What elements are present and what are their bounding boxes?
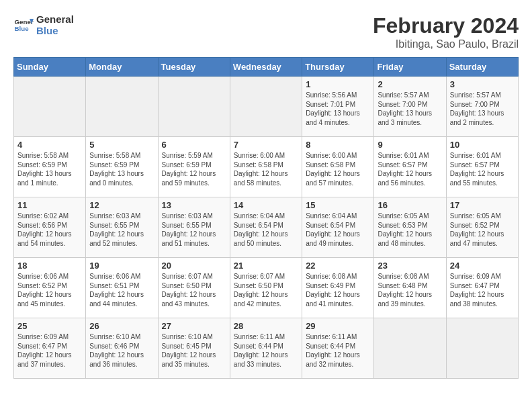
day-number: 26: [89, 321, 154, 331]
calendar-cell: 21Sunrise: 6:07 AMSunset: 6:50 PMDayligh…: [230, 258, 302, 318]
calendar-cell: [86, 77, 158, 137]
svg-text:Blue: Blue: [15, 25, 30, 32]
calendar-cell: 25Sunrise: 6:09 AMSunset: 6:47 PMDayligh…: [14, 318, 86, 379]
logo-line2: Blue: [36, 25, 74, 36]
calendar-cell: [374, 318, 446, 379]
calendar-cell: 8Sunrise: 6:00 AMSunset: 6:58 PMDaylight…: [302, 137, 374, 197]
calendar-cell: [14, 77, 86, 137]
day-number: 19: [89, 261, 154, 271]
day-info: Sunrise: 5:56 AMSunset: 7:01 PMDaylight:…: [306, 91, 370, 127]
header-friday: Friday: [374, 58, 446, 77]
day-number: 7: [234, 140, 298, 150]
calendar-cell: 23Sunrise: 6:08 AMSunset: 6:48 PMDayligh…: [374, 258, 446, 318]
day-number: 28: [234, 321, 298, 331]
day-info: Sunrise: 6:01 AMSunset: 6:57 PMDaylight:…: [450, 151, 515, 187]
day-number: 2: [378, 79, 442, 89]
day-info: Sunrise: 5:59 AMSunset: 6:59 PMDaylight:…: [162, 151, 226, 187]
week-row-1: 4Sunrise: 5:58 AMSunset: 6:59 PMDaylight…: [14, 137, 519, 197]
day-info: Sunrise: 6:10 AMSunset: 6:45 PMDaylight:…: [162, 332, 226, 369]
calendar-cell: 2Sunrise: 5:57 AMSunset: 7:00 PMDaylight…: [374, 77, 446, 137]
logo: General Blue General Blue: [13, 13, 74, 36]
day-info: Sunrise: 6:09 AMSunset: 6:47 PMDaylight:…: [450, 272, 515, 308]
calendar-cell: 14Sunrise: 6:04 AMSunset: 6:54 PMDayligh…: [230, 197, 302, 258]
day-number: 11: [17, 200, 82, 210]
day-number: 4: [17, 140, 82, 150]
day-info: Sunrise: 6:03 AMSunset: 6:55 PMDaylight:…: [162, 212, 226, 248]
calendar-cell: 24Sunrise: 6:09 AMSunset: 6:47 PMDayligh…: [446, 258, 518, 318]
day-info: Sunrise: 6:00 AMSunset: 6:58 PMDaylight:…: [306, 151, 370, 187]
day-number: 23: [378, 261, 442, 271]
day-number: 15: [306, 200, 370, 210]
day-info: Sunrise: 5:58 AMSunset: 6:59 PMDaylight:…: [89, 151, 154, 187]
day-info: Sunrise: 6:05 AMSunset: 6:53 PMDaylight:…: [378, 212, 442, 248]
calendar-cell: [158, 77, 230, 137]
day-info: Sunrise: 6:05 AMSunset: 6:52 PMDaylight:…: [450, 212, 515, 248]
calendar-cell: 1Sunrise: 5:56 AMSunset: 7:01 PMDaylight…: [302, 77, 374, 137]
calendar-cell: 4Sunrise: 5:58 AMSunset: 6:59 PMDaylight…: [14, 137, 86, 197]
header-thursday: Thursday: [302, 58, 374, 77]
calendar-cell: 29Sunrise: 6:11 AMSunset: 6:44 PMDayligh…: [302, 318, 374, 379]
day-number: 22: [306, 261, 370, 271]
day-number: 8: [306, 140, 370, 150]
calendar-cell: 16Sunrise: 6:05 AMSunset: 6:53 PMDayligh…: [374, 197, 446, 258]
day-info: Sunrise: 6:07 AMSunset: 6:50 PMDaylight:…: [162, 272, 226, 308]
calendar-cell: [230, 77, 302, 137]
header-sunday: Sunday: [14, 58, 86, 77]
day-info: Sunrise: 6:08 AMSunset: 6:48 PMDaylight:…: [378, 272, 442, 308]
calendar-cell: 27Sunrise: 6:10 AMSunset: 6:45 PMDayligh…: [158, 318, 230, 379]
day-number: 10: [450, 140, 515, 150]
calendar-cell: 6Sunrise: 5:59 AMSunset: 6:59 PMDaylight…: [158, 137, 230, 197]
week-row-3: 18Sunrise: 6:06 AMSunset: 6:52 PMDayligh…: [14, 258, 519, 318]
day-number: 29: [306, 321, 370, 331]
day-info: Sunrise: 5:57 AMSunset: 7:00 PMDaylight:…: [378, 91, 442, 127]
day-number: 24: [450, 261, 515, 271]
calendar-cell: 20Sunrise: 6:07 AMSunset: 6:50 PMDayligh…: [158, 258, 230, 318]
day-info: Sunrise: 6:11 AMSunset: 6:44 PMDaylight:…: [234, 332, 298, 369]
day-number: 16: [378, 200, 442, 210]
week-row-4: 25Sunrise: 6:09 AMSunset: 6:47 PMDayligh…: [14, 318, 519, 379]
day-info: Sunrise: 6:10 AMSunset: 6:46 PMDaylight:…: [89, 332, 154, 369]
calendar-cell: 3Sunrise: 5:57 AMSunset: 7:00 PMDaylight…: [446, 77, 518, 137]
day-info: Sunrise: 6:08 AMSunset: 6:49 PMDaylight:…: [306, 272, 370, 308]
calendar-table: SundayMondayTuesdayWednesdayThursdayFrid…: [13, 57, 519, 379]
calendar-cell: [446, 318, 518, 379]
day-number: 3: [450, 79, 515, 89]
week-row-0: 1Sunrise: 5:56 AMSunset: 7:01 PMDaylight…: [14, 77, 519, 137]
day-info: Sunrise: 6:11 AMSunset: 6:44 PMDaylight:…: [306, 332, 370, 369]
calendar-cell: 28Sunrise: 6:11 AMSunset: 6:44 PMDayligh…: [230, 318, 302, 379]
day-number: 5: [89, 140, 154, 150]
day-info: Sunrise: 6:09 AMSunset: 6:47 PMDaylight:…: [17, 332, 82, 369]
day-number: 27: [162, 321, 226, 331]
week-row-2: 11Sunrise: 6:02 AMSunset: 6:56 PMDayligh…: [14, 197, 519, 258]
day-info: Sunrise: 6:00 AMSunset: 6:58 PMDaylight:…: [234, 151, 298, 187]
header-tuesday: Tuesday: [158, 58, 230, 77]
day-info: Sunrise: 6:01 AMSunset: 6:57 PMDaylight:…: [378, 151, 442, 187]
day-number: 25: [17, 321, 82, 331]
day-number: 9: [378, 140, 442, 150]
day-info: Sunrise: 5:57 AMSunset: 7:00 PMDaylight:…: [450, 91, 515, 127]
day-info: Sunrise: 6:03 AMSunset: 6:55 PMDaylight:…: [89, 212, 154, 248]
calendar-cell: 9Sunrise: 6:01 AMSunset: 6:57 PMDaylight…: [374, 137, 446, 197]
day-number: 14: [234, 200, 298, 210]
header-monday: Monday: [86, 58, 158, 77]
calendar-cell: 12Sunrise: 6:03 AMSunset: 6:55 PMDayligh…: [86, 197, 158, 258]
calendar-cell: 15Sunrise: 6:04 AMSunset: 6:54 PMDayligh…: [302, 197, 374, 258]
calendar-cell: 13Sunrise: 6:03 AMSunset: 6:55 PMDayligh…: [158, 197, 230, 258]
day-number: 20: [162, 261, 226, 271]
calendar-cell: 11Sunrise: 6:02 AMSunset: 6:56 PMDayligh…: [14, 197, 86, 258]
main-title: February 2024: [373, 13, 519, 38]
calendar-cell: 19Sunrise: 6:06 AMSunset: 6:51 PMDayligh…: [86, 258, 158, 318]
day-number: 21: [234, 261, 298, 271]
day-number: 6: [162, 140, 226, 150]
calendar-cell: 10Sunrise: 6:01 AMSunset: 6:57 PMDayligh…: [446, 137, 518, 197]
day-info: Sunrise: 6:06 AMSunset: 6:52 PMDaylight:…: [17, 272, 82, 308]
calendar-cell: 26Sunrise: 6:10 AMSunset: 6:46 PMDayligh…: [86, 318, 158, 379]
day-info: Sunrise: 6:06 AMSunset: 6:51 PMDaylight:…: [89, 272, 154, 308]
title-section: February 2024 Ibitinga, Sao Paulo, Brazi…: [373, 13, 519, 50]
calendar-cell: 17Sunrise: 6:05 AMSunset: 6:52 PMDayligh…: [446, 197, 518, 258]
calendar-cell: 7Sunrise: 6:00 AMSunset: 6:58 PMDaylight…: [230, 137, 302, 197]
day-info: Sunrise: 6:02 AMSunset: 6:56 PMDaylight:…: [17, 212, 82, 248]
header-saturday: Saturday: [446, 58, 518, 77]
header-wednesday: Wednesday: [230, 58, 302, 77]
calendar-cell: 5Sunrise: 5:58 AMSunset: 6:59 PMDaylight…: [86, 137, 158, 197]
